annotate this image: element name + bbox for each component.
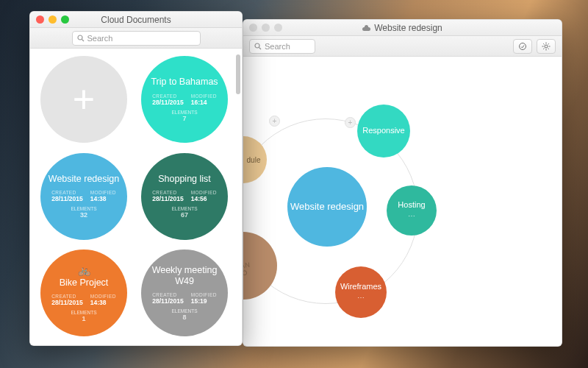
svg-point-0 <box>255 43 259 48</box>
traffic-lights[interactable] <box>249 24 282 32</box>
svg-point-2 <box>520 43 526 49</box>
more-icon: ⋯ <box>357 294 365 302</box>
document-bubble[interactable]: Shopping list CREATED28/11/2015 MODIFIED… <box>141 153 228 240</box>
document-bubble[interactable]: 🚲 Bike Project CREATED28/11/2015 MODIFIE… <box>40 250 127 336</box>
settings-button[interactable] <box>537 39 556 54</box>
close-dot[interactable] <box>249 24 257 32</box>
search-placeholder: Search <box>265 42 290 51</box>
window-title-text: Cloud Documents <box>101 15 171 25</box>
node-hosting[interactable]: Hosting ⋯ <box>387 185 437 236</box>
add-document-button[interactable]: + <box>40 56 127 143</box>
document-bubble[interactable]: Trip to Bahamas CREATED28/11/2015 MODIFI… <box>141 56 228 143</box>
node-label: Responsive <box>362 126 404 135</box>
window-title: Website redesign <box>243 23 562 33</box>
node-label: Website redesign <box>290 201 364 213</box>
doc-elements: ELEMENTS67 <box>171 206 197 219</box>
scrollbar[interactable] <box>236 54 240 94</box>
desktop-wallpaper: Website redesign Search + + <box>0 0 588 368</box>
traffic-lights[interactable] <box>36 15 69 24</box>
share-icon <box>518 42 527 51</box>
node-label: Hosting <box>398 200 425 210</box>
gear-icon <box>542 42 551 51</box>
search-icon <box>77 35 85 42</box>
svg-line-1 <box>259 47 262 49</box>
doc-title: Trip to Bahamas <box>151 77 218 87</box>
bike-icon: 🚲 <box>78 264 90 276</box>
cloud-documents-window: Cloud Documents Search + Trip to Bahamas… <box>29 11 243 346</box>
plus-icon: + <box>73 80 95 118</box>
doc-elements: ELEMENTS1 <box>71 310 96 322</box>
add-node-button[interactable]: + <box>345 117 356 128</box>
node-wireframes[interactable]: Wireframes ⋯ <box>335 266 387 318</box>
doc-title: Shopping list <box>158 174 211 184</box>
doc-title: Weekly meeting W49 <box>146 265 223 286</box>
svg-point-12 <box>78 35 82 40</box>
zoom-dot[interactable] <box>274 24 282 32</box>
titlebar[interactable]: Website redesign <box>243 20 562 36</box>
node-label: dule <box>243 156 260 164</box>
doc-meta: CREATED28/11/2015 MODIFIED14:38 <box>51 190 116 202</box>
toolbar: Search <box>30 28 242 49</box>
doc-elements: ELEMENTS8 <box>171 308 197 321</box>
toolbar: Search <box>243 36 562 57</box>
svg-point-3 <box>545 45 548 48</box>
svg-line-11 <box>543 48 544 49</box>
mindmap-window: Website redesign Search + + <box>243 19 562 347</box>
svg-line-8 <box>543 43 544 44</box>
doc-meta: CREATED28/11/2015 MODIFIED14:38 <box>51 294 116 306</box>
doc-title: Bike Project <box>60 277 109 288</box>
doc-meta: CREATED28/11/2015 MODIFIED16:14 <box>152 93 217 106</box>
doc-elements: ELEMENTS7 <box>171 110 197 122</box>
minimize-dot[interactable] <box>49 15 57 24</box>
add-node-button[interactable]: + <box>269 116 280 127</box>
document-bubble[interactable]: Weekly meeting W49 CREATED28/11/2015 MOD… <box>141 250 228 336</box>
search-placeholder: Search <box>87 34 113 43</box>
share-button[interactable] <box>513 39 532 54</box>
doc-meta: CREATED28/11/2015 MODIFIED14:56 <box>152 190 217 202</box>
documents-grid: + Trip to Bahamas CREATED28/11/2015 MODI… <box>30 49 242 345</box>
close-dot[interactable] <box>36 15 44 24</box>
svg-line-13 <box>82 39 84 41</box>
node-label: Wireframes <box>340 282 381 291</box>
svg-line-10 <box>548 43 549 44</box>
minimize-dot[interactable] <box>262 24 270 32</box>
zoom-dot[interactable] <box>61 15 69 24</box>
window-title-text: Website redesign <box>374 23 442 33</box>
texture-text: NVANCO <box>243 254 252 277</box>
doc-title: Website redesign <box>49 174 119 184</box>
document-bubble[interactable]: Website redesign CREATED28/11/2015 MODIF… <box>40 153 127 240</box>
search-input[interactable]: Search <box>249 39 315 54</box>
search-icon <box>254 43 262 50</box>
node-center[interactable]: Website redesign <box>287 167 367 247</box>
svg-line-9 <box>548 48 549 49</box>
node-responsive[interactable]: Responsive <box>357 105 410 158</box>
doc-elements: ELEMENTS32 <box>71 206 96 219</box>
doc-meta: CREATED28/11/2015 MODIFIED15:19 <box>152 292 217 305</box>
search-input[interactable]: Search <box>72 31 201 46</box>
mindmap-canvas[interactable]: + + dule NVANCO Website redesign Respons… <box>243 57 562 346</box>
titlebar[interactable]: Cloud Documents <box>30 12 242 28</box>
cloud-icon <box>362 25 370 31</box>
more-icon: ⋯ <box>408 212 415 221</box>
